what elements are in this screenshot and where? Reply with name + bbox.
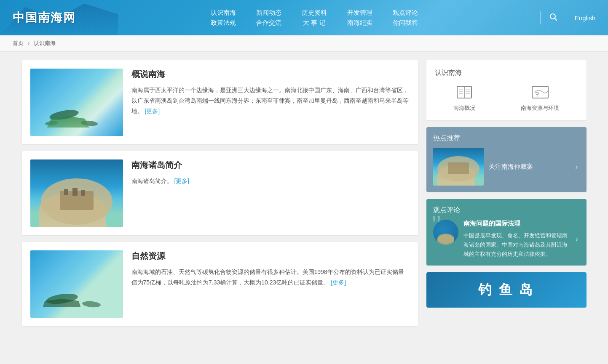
header-right: English [540, 11, 595, 24]
article-text-3: 南海海域的石油、天然气等碳氢化合物资源的储量有很多种估计。美国1998年公布的资… [131, 267, 410, 288]
nav-item-opinion[interactable]: 观点评论 你问我答 [383, 4, 428, 31]
svg-line-1 [554, 18, 557, 20]
content-left: 概说南海 南海属于西太平洋的一个边缘海，是亚洲三大边缘海之一。南海北接中国广东、… [22, 60, 418, 326]
article-text-2: 南海诸岛简介。 [更多] [131, 176, 410, 186]
opinion-arrow[interactable]: › [574, 235, 580, 244]
svg-point-3 [80, 120, 98, 126]
svg-point-26 [437, 234, 454, 244]
article-more-1[interactable]: [更多] [145, 108, 160, 114]
hot-title: 热点推荐 [433, 134, 580, 143]
sidebar-right: 认识南海 南海概况 [426, 60, 587, 326]
svg-point-2 [48, 108, 79, 122]
article-body-1: 概说南海 南海属于西太平洋的一个边缘海，是亚洲三大边缘海之一。南海北接中国广东、… [131, 69, 410, 136]
map-icon [530, 84, 551, 101]
sidebar-item-overview-label: 南海概况 [453, 104, 475, 112]
sidebar-item-resource-label: 南海资源与环境 [521, 104, 559, 112]
article-body-2: 南海诸岛简介 南海诸岛简介。 [更多] [131, 159, 410, 227]
opinion-text: 中国是最早发现、命名、开发经营和管辖南海诸岛的国家。中国对南海诸岛及其附近海域的… [463, 231, 569, 259]
main-nav: 认识南海 政策法规 新闻动态 合作交流 历史资料 大 事 记 开发管理 南海纪实… [88, 4, 540, 31]
sidebar-icons-row: 南海概况 南海资源与环境 [435, 84, 578, 112]
svg-point-11 [82, 300, 101, 308]
book-icon [454, 84, 475, 101]
article-title-2[interactable]: 南海诸岛简介 [131, 159, 410, 171]
svg-rect-8 [72, 188, 78, 196]
article-image-1 [30, 69, 123, 136]
breadcrumb-sep: › [28, 40, 29, 46]
article-text-1: 南海属于西太平洋的一个边缘海，是亚洲三大边缘海之一。南海北接中国广东、海南、广西… [131, 85, 410, 117]
hot-arrow[interactable]: › [574, 162, 580, 171]
article-title-3[interactable]: 自然资源 [131, 250, 410, 262]
header-divider [540, 11, 541, 24]
diaoyu-title: 钓 鱼 岛 [478, 281, 535, 299]
breadcrumb-current: 认识南海 [34, 40, 56, 46]
svg-rect-7 [64, 189, 68, 195]
nav-item-nanhai[interactable]: 认识南海 政策法规 [201, 4, 246, 31]
opinion-avatar [433, 220, 458, 245]
sidebar-item-overview[interactable]: 南海概况 [453, 84, 475, 112]
svg-point-21 [536, 92, 538, 95]
nav-item-history[interactable]: 历史资料 大 事 记 [292, 4, 337, 31]
article-image-3 [30, 250, 123, 318]
hot-item-text[interactable]: 关注南海仲裁案 [489, 163, 569, 171]
search-icon[interactable] [549, 13, 557, 23]
svg-point-4 [45, 121, 58, 126]
article-image-2 [30, 159, 123, 227]
article-title-1[interactable]: 概说南海 [131, 69, 410, 80]
main-container: 概说南海 南海属于西太平洋的一个边缘海，是亚洲三大边缘海之一。南海北接中国广东、… [9, 52, 599, 335]
svg-point-25 [433, 220, 458, 245]
svg-rect-9 [81, 190, 85, 196]
svg-rect-24 [448, 162, 469, 174]
article-more-3[interactable]: [更多] [331, 279, 346, 286]
hot-image [433, 148, 484, 186]
site-logo[interactable]: 中国南海网 [13, 10, 88, 26]
site-header: 中国南海网 认识南海 政策法规 新闻动态 合作交流 历史资料 大 事 记 开发管… [0, 0, 608, 35]
sidebar-diaoyu[interactable]: 钓 鱼 岛 [426, 272, 587, 308]
breadcrumb-home[interactable]: 首页 [13, 40, 24, 46]
nav-item-develop[interactable]: 开发管理 南海纪实 [337, 4, 383, 31]
article-body-3: 自然资源 南海海域的石油、天然气等碳氢化合物资源的储量有很多种估计。美国1998… [131, 250, 410, 318]
nav-item-news[interactable]: 新闻动态 合作交流 [246, 4, 292, 31]
language-button[interactable]: English [575, 14, 595, 21]
header-divider2 [566, 11, 566, 24]
svg-point-10 [45, 292, 78, 306]
article-card-2: 南海诸岛简介 南海诸岛简介。 [更多] [22, 151, 418, 235]
opinion-title: 观点评论 [433, 206, 580, 215]
opinion-body: 南海问题的国际法理 中国是最早发现、命名、开发经营和管辖南海诸岛的国家。中国对南… [463, 220, 569, 259]
sidebar-recognize: 认识南海 南海概况 [426, 60, 587, 120]
article-more-2[interactable]: [更多] [174, 178, 189, 184]
opinion-subtitle[interactable]: 南海问题的国际法理 [463, 220, 569, 228]
sidebar-item-resource[interactable]: 南海资源与环境 [521, 84, 559, 112]
sidebar-hot: 热点推荐 关注南海仲裁案 › [426, 127, 587, 192]
breadcrumb: 首页 › 认识南海 [0, 35, 608, 52]
opinion-item: 南海问题的国际法理 中国是最早发现、命名、开发经营和管辖南海诸岛的国家。中国对南… [433, 220, 580, 259]
sidebar-opinion: 观点评论 " 南海问题的国际法理 中国是最早发现、命名、开发经营和管辖南海诸岛的… [426, 199, 587, 266]
hot-item: 关注南海仲裁案 › [433, 148, 580, 186]
svg-rect-20 [532, 86, 548, 98]
sidebar-recognize-title: 认识南海 [435, 69, 578, 77]
article-card-3: 自然资源 南海海域的石油、天然气等碳氢化合物资源的储量有很多种估计。美国1998… [22, 242, 418, 326]
article-card-1: 概说南海 南海属于西太平洋的一个边缘海，是亚洲三大边缘海之一。南海北接中国广东、… [22, 60, 418, 144]
